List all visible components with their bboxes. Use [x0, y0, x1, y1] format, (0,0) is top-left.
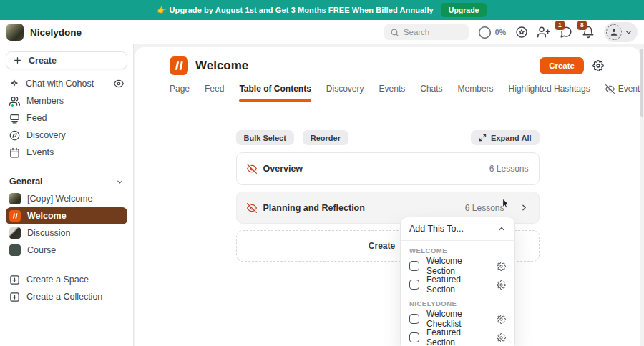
sidebar-create-label: Create	[29, 56, 57, 66]
sidebar-item-discovery[interactable]: Discovery	[6, 127, 127, 144]
checkbox[interactable]	[409, 314, 419, 324]
expand-all-button[interactable]: Expand All	[471, 130, 539, 145]
app-header: Nicelydone Search 0% 1 8	[0, 20, 644, 44]
chevron-right-icon[interactable]	[519, 203, 529, 212]
sidebar-section-general[interactable]: General	[6, 173, 127, 190]
space-thumbnail	[9, 227, 21, 239]
space-header: Welcome Create	[135, 47, 640, 75]
toc-section-overview[interactable]: Overview 6 Lessons	[236, 152, 540, 185]
dropdown-header: Add This To...	[401, 217, 514, 240]
progress-label: 0%	[495, 28, 506, 36]
tab-members[interactable]: Members	[458, 84, 494, 102]
checkbox[interactable]	[409, 280, 419, 290]
space-thumbnail	[9, 193, 21, 204]
sidebar-item-events[interactable]: Events	[6, 144, 127, 161]
dropdown-item-label: Featured Section	[426, 275, 489, 295]
chevron-up-icon[interactable]	[497, 224, 506, 233]
sidebar-create-button[interactable]: Create	[6, 51, 127, 69]
upgrade-banner: 👉 Upgrade by August 1st and Get 3 Months…	[0, 0, 644, 20]
create-button[interactable]: Create	[540, 57, 584, 74]
header-actions: Search 0% 1 8	[384, 22, 638, 42]
sidebar: Create Chat with Cohost Members Feed	[0, 44, 134, 346]
tab-chats[interactable]: Chats	[420, 84, 442, 102]
eye-off-icon	[605, 84, 615, 94]
tab-highlighted-hashtags[interactable]: Highlighted Hashtags	[509, 84, 590, 102]
space-logo-icon	[9, 210, 21, 222]
app-root: 👉 Upgrade by August 1st and Get 3 Months…	[0, 0, 644, 346]
eye-icon[interactable]	[114, 79, 124, 89]
search-icon	[390, 28, 399, 37]
upgrade-button[interactable]: Upgrade	[441, 3, 487, 17]
sidebar-item-label: Create a Collection	[26, 292, 102, 302]
main-content: Welcome Create Page Feed Table of Conten…	[135, 47, 640, 346]
chat-button[interactable]: 1	[560, 26, 572, 39]
toc-toolbar: Bulk Select Reorder Expand All	[236, 130, 540, 145]
dropdown-title: Add This To...	[409, 224, 464, 234]
gear-icon[interactable]	[497, 315, 506, 324]
sidebar-divider	[7, 167, 126, 167]
compass-icon	[9, 130, 20, 141]
checkbox[interactable]	[409, 332, 419, 342]
invite-member-icon[interactable]	[537, 26, 550, 39]
star-circle-icon[interactable]	[515, 26, 528, 39]
community-name[interactable]: Nicelydone	[30, 27, 82, 38]
section-title: Overview	[263, 164, 303, 174]
tab-feed[interactable]: Feed	[205, 84, 224, 102]
dropdown-group-nicelydone: NICELYDONE	[401, 294, 514, 310]
dropdown-item-featured-section-welcome[interactable]: Featured Section	[401, 275, 514, 294]
profile-menu[interactable]	[604, 22, 638, 42]
space-tabs: Page Feed Table of Contents Discovery Ev…	[135, 84, 640, 102]
bulk-select-button[interactable]: Bulk Select	[236, 130, 294, 145]
sidebar-create-collection[interactable]: Create a Collection	[6, 288, 127, 305]
dropdown-item-label: Featured Section	[426, 327, 489, 346]
sidebar-space-copy-welcome[interactable]: [Copy] Welcome	[6, 190, 127, 207]
scrollbar-thumb[interactable]	[640, 49, 643, 117]
sidebar-item-label: Create a Space	[26, 275, 89, 285]
tab-page[interactable]: Page	[170, 84, 190, 102]
sidebar-item-members[interactable]: Members	[6, 92, 127, 109]
community-logo[interactable]	[6, 24, 24, 41]
tab-label: Event	[618, 84, 640, 94]
checkbox[interactable]	[409, 261, 419, 271]
sidebar-item-chat-with-cohost[interactable]: Chat with Cohost	[6, 75, 127, 92]
sidebar-item-label: Events	[26, 147, 54, 157]
gear-icon[interactable]	[497, 333, 506, 342]
dropdown-item-label: Welcome Checklist	[426, 309, 489, 329]
dropdown-item-welcome-section[interactable]: Welcome Section	[401, 257, 514, 275]
sidebar-create-space[interactable]: Create a Space	[6, 271, 127, 288]
expand-icon	[479, 134, 487, 142]
notifications-button[interactable]: 8	[582, 26, 595, 39]
sidebar-space-course[interactable]: Course	[6, 242, 127, 259]
calendar-icon	[9, 147, 20, 158]
space-logo-icon	[170, 56, 188, 75]
sidebar-space-discussion[interactable]: Discussion	[6, 224, 127, 242]
add-section-label: Create	[369, 241, 395, 251]
square-plus-icon	[9, 292, 20, 302]
tab-discovery[interactable]: Discovery	[326, 84, 364, 102]
progress-indicator[interactable]: 0%	[478, 26, 506, 39]
avatar	[606, 24, 622, 40]
tab-event[interactable]: Event	[605, 84, 640, 102]
dropdown-item-welcome-checklist[interactable]: Welcome Checklist	[401, 310, 514, 328]
chevron-down-icon	[116, 178, 124, 186]
gear-icon[interactable]	[497, 262, 506, 271]
sidebar-space-welcome[interactable]: Welcome	[6, 207, 127, 224]
search-input[interactable]: Search	[384, 24, 469, 40]
chat-badge: 1	[555, 20, 565, 31]
section-label: General	[9, 177, 43, 187]
tab-table-of-contents[interactable]: Table of Contents	[239, 84, 311, 102]
dropdown-item-featured-section-nicelydone[interactable]: Featured Section	[401, 328, 514, 346]
space-label: Discussion	[27, 228, 70, 238]
space-label: [Copy] Welcome	[27, 194, 92, 204]
space-label: Course	[27, 245, 56, 255]
layout: Create Chat with Cohost Members Feed	[0, 44, 644, 346]
section-lessons-count: 6 Lessons	[465, 203, 504, 213]
reorder-button[interactable]: Reorder	[303, 130, 348, 145]
tab-events[interactable]: Events	[379, 84, 406, 102]
sidebar-item-feed[interactable]: Feed	[6, 109, 127, 127]
gear-icon[interactable]	[497, 280, 506, 290]
sidebar-divider	[7, 265, 126, 265]
square-plus-icon	[9, 275, 20, 285]
gear-icon[interactable]	[592, 60, 604, 71]
progress-circle-icon	[478, 26, 492, 39]
